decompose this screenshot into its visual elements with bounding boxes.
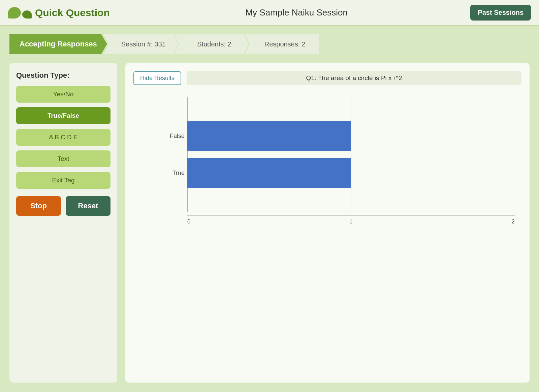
students-status: Students: 2: [175, 34, 249, 54]
chart-area: False True 0 1: [133, 91, 521, 375]
text-button[interactable]: Text: [16, 150, 110, 167]
chart-container: False True 0 1: [160, 97, 515, 225]
abcde-button[interactable]: A B C D E: [16, 129, 110, 146]
true-bar-container: [187, 158, 515, 188]
past-sessions-button[interactable]: Past Sessions: [470, 5, 531, 21]
grid-line-2: [515, 97, 515, 212]
accepting-responses-status: Accepting Responses: [9, 34, 107, 54]
reset-button[interactable]: Reset: [66, 196, 110, 216]
x-tick-2: 2: [512, 218, 515, 225]
logo-bubble-right: [22, 10, 32, 19]
right-panel: Hide Results Q1: The area of a circle is…: [125, 63, 530, 383]
session-title: My Sample Naiku Session: [129, 7, 464, 18]
true-bar: [187, 158, 351, 188]
question-type-label: Question Type:: [16, 71, 110, 80]
true-bar-row: True: [187, 158, 515, 188]
x-axis: 0 1 2: [187, 215, 515, 225]
status-bar: Accepting Responses Session #: 331 Stude…: [9, 34, 530, 54]
false-label: False: [161, 133, 185, 140]
header: Quick Question My Sample Naiku Session P…: [0, 0, 539, 26]
false-bar-container: [187, 121, 515, 151]
hide-results-button[interactable]: Hide Results: [133, 71, 181, 85]
false-bar: [187, 121, 351, 151]
exit-tag-button[interactable]: Exit Tag: [16, 172, 110, 189]
true-false-button[interactable]: True/False: [16, 107, 110, 124]
yes-no-button[interactable]: Yes/No: [16, 86, 110, 103]
app-title: Quick Question: [35, 7, 110, 19]
x-tick-1: 1: [349, 218, 352, 225]
main-content: Question Type: Yes/No True/False A B C D…: [9, 63, 530, 383]
question-label: Q1: The area of a circle is Pi x r^2: [187, 71, 521, 85]
x-tick-0: 0: [187, 218, 190, 225]
logo-bubble-left: [8, 7, 21, 19]
bars-wrapper: False True: [187, 97, 515, 212]
logo-area: Quick Question: [8, 7, 123, 19]
responses-status: Responses: 2: [245, 34, 319, 54]
true-label: True: [161, 170, 185, 177]
chart-header: Hide Results Q1: The area of a circle is…: [133, 71, 521, 85]
stop-button[interactable]: Stop: [16, 196, 61, 216]
session-number-status: Session #: 331: [104, 34, 178, 54]
left-panel: Question Type: Yes/No True/False A B C D…: [9, 63, 117, 383]
logo-icon: [8, 7, 32, 19]
false-bar-row: False: [187, 121, 515, 151]
action-row: Stop Reset: [16, 196, 110, 216]
